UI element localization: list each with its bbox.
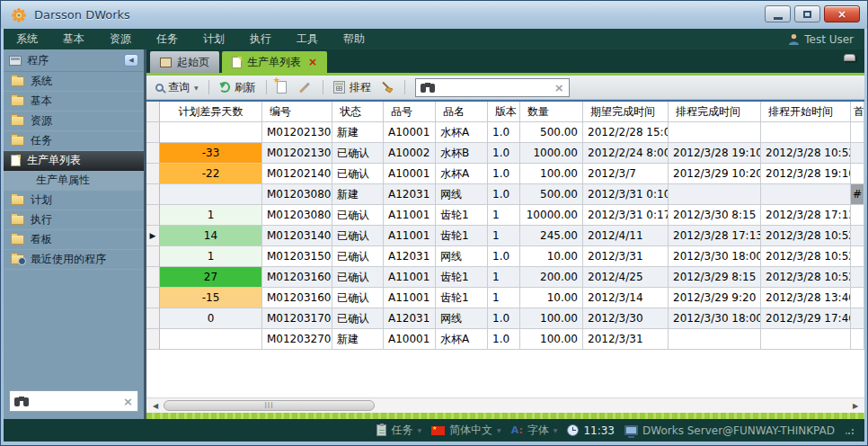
row-selector[interactable] — [146, 143, 160, 164]
menu-item-2[interactable]: 资源 — [97, 29, 144, 49]
table-cell[interactable]: A10001 — [384, 164, 436, 184]
table-cell[interactable]: A11001 — [384, 226, 436, 246]
table-cell[interactable]: A10002 — [384, 143, 436, 164]
table-cell[interactable]: 1.0 — [488, 308, 520, 329]
refresh-button[interactable]: 刷新 — [217, 78, 259, 97]
column-header-8[interactable]: 排程完成时间 — [669, 102, 761, 121]
table-cell[interactable]: M012021401 — [262, 164, 332, 184]
table-cell[interactable]: 新建 — [332, 184, 384, 205]
table-row[interactable]: M012021301新建A10001水杯A1.0500.002012/2/28 … — [146, 122, 864, 143]
table-cell[interactable]: 2012/3/31 0:10 — [583, 184, 669, 205]
sidebar-item-3[interactable]: 任务 — [4, 131, 144, 151]
table-cell[interactable]: 2012/3/28 10:52 — [761, 226, 851, 246]
column-header-3[interactable]: 品号 — [384, 102, 436, 121]
table-cell[interactable]: 1.0 — [488, 329, 520, 350]
table-cell[interactable]: 1 — [488, 267, 520, 288]
table-cell[interactable]: 2012/3/31 — [583, 329, 669, 350]
row-selector[interactable] — [146, 308, 160, 329]
menu-item-1[interactable]: 基本 — [50, 29, 97, 49]
table-cell[interactable]: 10.00 — [520, 288, 583, 308]
sidebar-collapse-button[interactable]: ◀ — [124, 54, 138, 67]
table-row[interactable]: 27M012031601已确认A11001齿轮11200.002012/4/25… — [146, 267, 864, 288]
column-header-2[interactable]: 状态 — [332, 102, 384, 121]
table-cell[interactable]: 1 — [488, 288, 520, 308]
table-cell[interactable]: -15 — [160, 288, 262, 308]
table-cell[interactable]: 2012/2/24 8:00 — [583, 143, 669, 164]
table-cell[interactable]: 2012/3/28 19:10 — [761, 164, 851, 184]
table-cell[interactable]: 100.00 — [520, 308, 583, 329]
tab-0[interactable]: 起始页 — [150, 51, 219, 73]
tab-close-icon[interactable]: × — [308, 56, 317, 68]
table-cell[interactable]: M012031501 — [262, 246, 332, 267]
table-cell[interactable]: 已确认 — [332, 288, 384, 308]
table-cell[interactable]: A10001 — [384, 122, 436, 143]
table-cell[interactable] — [669, 329, 761, 350]
sidebar-item-1[interactable]: 基本 — [4, 92, 144, 112]
row-selector[interactable] — [146, 184, 160, 205]
pin-icon[interactable] — [844, 54, 855, 61]
edit-button[interactable] — [294, 85, 315, 91]
tab-1[interactable]: 生产单列表× — [222, 51, 327, 73]
clean-button[interactable] — [378, 79, 397, 95]
table-cell[interactable]: M012021302 — [262, 143, 332, 164]
table-cell[interactable] — [851, 122, 864, 143]
row-selector[interactable] — [146, 205, 160, 226]
table-cell[interactable]: 100.00 — [520, 164, 583, 184]
table-cell[interactable]: 10000.00 — [520, 205, 583, 226]
table-cell[interactable] — [851, 329, 864, 350]
table-cell[interactable]: 1.0 — [488, 184, 520, 205]
table-cell[interactable] — [669, 184, 761, 205]
table-cell[interactable]: 100.00 — [520, 329, 583, 350]
table-cell[interactable] — [851, 226, 864, 246]
table-cell[interactable]: 2012/3/31 — [583, 246, 669, 267]
sidebar-search-input[interactable] — [33, 395, 119, 407]
table-cell[interactable] — [761, 122, 851, 143]
table-cell[interactable]: A11001 — [384, 288, 436, 308]
table-cell[interactable]: 2012/3/29 9:20 — [669, 288, 761, 308]
table-cell[interactable]: 2012/2/28 15:00 — [583, 122, 669, 143]
table-row[interactable]: ▶14M012031402已确认A11001齿轮11245.002012/4/1… — [146, 226, 864, 246]
sidebar-item-0[interactable]: 系统 — [4, 72, 144, 92]
table-cell[interactable]: 已确认 — [332, 226, 384, 246]
table-cell[interactable]: 2012/3/28 17:13 — [761, 205, 851, 226]
table-cell[interactable]: 10.00 — [520, 246, 583, 267]
user-indicator[interactable]: Test User — [788, 33, 864, 46]
menu-item-7[interactable]: 帮助 — [331, 29, 377, 49]
table-cell[interactable]: 已确认 — [332, 246, 384, 267]
table-cell[interactable]: 已确认 — [332, 143, 384, 164]
table-cell[interactable] — [160, 184, 262, 205]
horizontal-scrollbar[interactable]: ◀ III ▶ — [146, 397, 864, 413]
table-cell[interactable]: 2012/3/14 — [583, 288, 669, 308]
row-selector[interactable] — [146, 122, 160, 143]
table-cell[interactable]: 网线 — [436, 246, 488, 267]
table-row[interactable]: -15M012031602已确认A11001齿轮1110.002012/3/14… — [146, 288, 864, 308]
table-cell[interactable]: 水杯A — [436, 122, 488, 143]
table-cell[interactable]: 齿轮1 — [436, 267, 488, 288]
table-cell[interactable]: 齿轮1 — [436, 226, 488, 246]
sidebar-item-4[interactable]: 生产单列表 — [4, 151, 144, 171]
table-cell[interactable]: 水杯A — [436, 329, 488, 350]
row-selector[interactable]: ▶ — [146, 226, 160, 246]
sidebar-item-5[interactable]: 生产单属性 — [4, 171, 144, 191]
table-cell[interactable]: 1 — [488, 226, 520, 246]
table-cell[interactable]: 齿轮1 — [436, 288, 488, 308]
table-cell[interactable]: A11001 — [384, 267, 436, 288]
sidebar-item-8[interactable]: 看板 — [4, 230, 144, 250]
table-cell[interactable]: M012031701 — [262, 308, 332, 329]
table-cell[interactable]: 1 — [160, 246, 262, 267]
table-cell[interactable]: M012031402 — [262, 226, 332, 246]
table-row[interactable]: 0M012031701已确认A12031网线1.0100.002012/3/30… — [146, 308, 864, 329]
row-selector[interactable] — [146, 164, 160, 184]
clear-icon[interactable]: × — [123, 395, 133, 408]
table-cell[interactable] — [160, 329, 262, 350]
query-button[interactable]: 查询 ▼ — [153, 78, 201, 97]
table-cell[interactable] — [669, 122, 761, 143]
table-cell[interactable]: 已确认 — [332, 267, 384, 288]
table-cell[interactable] — [851, 288, 864, 308]
table-cell[interactable] — [851, 267, 864, 288]
sidebar-item-2[interactable]: 资源 — [4, 112, 144, 131]
row-selector[interactable] — [146, 246, 160, 267]
table-cell[interactable]: 齿轮1 — [436, 205, 488, 226]
table-cell[interactable]: 0 — [160, 308, 262, 329]
table-cell[interactable]: 网线 — [436, 184, 488, 205]
